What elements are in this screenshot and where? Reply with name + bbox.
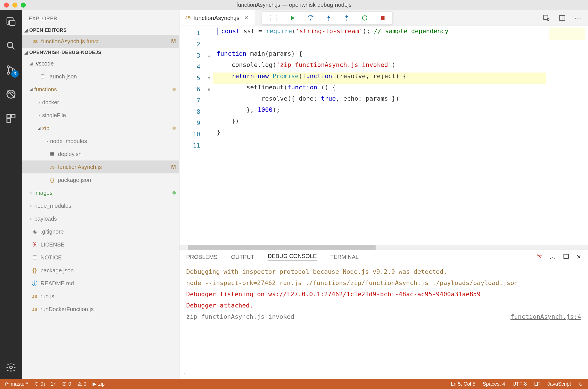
stop-button[interactable] — [378, 14, 387, 22]
editor-tabs: JS functionAsynch.js ✕ ⋮⋮ ⋯ — [179, 10, 588, 26]
warnings-status[interactable]: 0 — [77, 381, 86, 387]
tab-terminal[interactable]: TERMINAL — [330, 254, 359, 260]
debug-console-output[interactable]: Debugging with inspector protocol becaus… — [179, 264, 588, 368]
restart-button[interactable] — [360, 14, 369, 22]
collapse-panel-icon[interactable]: ︿ — [550, 253, 556, 261]
project-section[interactable]: ◢ OPENWHISK-DEBUG-NODEJS — [22, 48, 179, 57]
svg-point-10 — [310, 19, 311, 20]
js-file-icon: JS — [185, 15, 191, 21]
maximize-panel-icon[interactable] — [563, 253, 569, 261]
svg-rect-7 — [12, 114, 15, 118]
tab-debug-console[interactable]: DEBUG CONSOLE — [268, 253, 317, 261]
debug-target-status[interactable]: ▶ zip — [93, 381, 105, 387]
sync-status[interactable]: 0↓ 1↑ — [34, 381, 56, 387]
debug-icon[interactable] — [5, 88, 17, 100]
more-actions-icon[interactable]: ⋯ — [574, 14, 582, 22]
folder-images[interactable]: ▹images — [22, 186, 179, 199]
svg-point-11 — [328, 19, 329, 21]
folder-vscode[interactable]: ◢.vscode — [22, 57, 179, 70]
drag-grip-icon[interactable]: ⋮⋮ — [268, 14, 279, 22]
git-branch-status[interactable]: master* — [5, 381, 28, 387]
tab-output[interactable]: OUTPUT — [231, 254, 254, 260]
file-gitignore[interactable]: ◈.gitignore — [22, 225, 179, 238]
fold-icon[interactable]: ⊟ — [205, 50, 213, 61]
folder-payloads[interactable]: ▹payloads — [22, 212, 179, 225]
file-notice[interactable]: ≣NOTICE — [22, 251, 179, 264]
folder-zip[interactable]: ◢zip — [22, 122, 179, 135]
fold-icon[interactable]: ⊟ — [205, 84, 213, 95]
search-icon[interactable] — [5, 40, 17, 52]
bottom-panel: PROBLEMS OUTPUT DEBUG CONSOLE TERMINAL ︿… — [179, 250, 588, 379]
source-control-icon[interactable]: 3 — [5, 64, 17, 76]
file-launch-json[interactable]: ≣launch.json — [22, 70, 179, 83]
step-out-button[interactable] — [342, 14, 351, 22]
source-link[interactable]: functionAsynch.js:4 — [510, 311, 581, 322]
file-package-json-zip[interactable]: {}package.json — [22, 173, 179, 186]
js-file-icon: JS — [48, 165, 56, 169]
settings-gear-icon[interactable] — [5, 361, 17, 373]
step-over-button[interactable] — [306, 14, 315, 22]
fold-icon[interactable]: ⊟ — [205, 73, 213, 84]
clear-console-icon[interactable] — [536, 253, 543, 261]
svg-point-3 — [7, 72, 10, 74]
open-editor-item[interactable]: JS functionAsynch.js funct… M — [22, 35, 179, 48]
file-readme[interactable]: ⓘREADME.md — [22, 277, 179, 290]
scm-badge: 3 — [11, 70, 19, 78]
eol-status[interactable]: LF — [534, 381, 540, 387]
debug-toolbar[interactable]: ⋮⋮ — [262, 11, 393, 25]
panel-tabs: PROBLEMS OUTPUT DEBUG CONSOLE TERMINAL ︿… — [179, 250, 588, 264]
tab-problems[interactable]: PROBLEMS — [186, 254, 217, 260]
svg-rect-13 — [381, 16, 384, 20]
window-title: functionAsynch.js — openwhisk-debug-node… — [0, 2, 588, 8]
indentation-status[interactable]: Spaces: 4 — [482, 381, 505, 387]
continue-button[interactable] — [288, 14, 297, 22]
git-file-icon: ◈ — [31, 228, 38, 235]
svg-point-19 — [5, 385, 6, 386]
code-editor[interactable]: 1 2 3 4 5 6 7 8 9 10 11 ⊟ ⊟ ⊟ con — [179, 26, 588, 245]
file-rundocker-js[interactable]: JSrunDockerFunction.js — [22, 303, 179, 316]
encoding-status[interactable]: UTF-8 — [513, 381, 527, 387]
shell-file-icon: ≣ — [48, 151, 56, 157]
find-references-icon[interactable] — [542, 14, 550, 22]
prompt-icon: › — [184, 371, 185, 376]
file-license[interactable]: ℜLICENSE — [22, 238, 179, 251]
errors-status[interactable]: 0 — [62, 381, 71, 387]
svg-rect-8 — [7, 119, 11, 123]
step-into-button[interactable] — [324, 14, 333, 22]
close-tab-icon[interactable]: ✕ — [244, 15, 249, 21]
minimap[interactable] — [546, 26, 588, 245]
folder-node-modules-zip[interactable]: ▹node_modules — [22, 135, 179, 148]
svg-rect-14 — [544, 15, 548, 19]
file-icon: ≣ — [39, 73, 46, 80]
close-panel-icon[interactable]: ✕ — [576, 254, 581, 260]
split-editor-icon[interactable] — [558, 14, 566, 22]
folder-singlefile[interactable]: ▹singleFile — [22, 109, 179, 122]
file-icon: ≣ — [31, 254, 38, 261]
folder-node-modules-root[interactable]: ▹node_modules — [22, 199, 179, 212]
file-package-json-root[interactable]: {}package.json — [22, 264, 179, 277]
svg-point-18 — [5, 382, 6, 383]
language-mode[interactable]: JavaScript — [547, 381, 571, 387]
folder-functions[interactable]: ◢functions — [22, 83, 179, 96]
tab-functionasynch[interactable]: JS functionAsynch.js ✕ — [179, 10, 255, 26]
code-lines[interactable]: const sst = require('string-to-stream');… — [213, 26, 546, 245]
svg-point-9 — [10, 366, 12, 369]
horizontal-scrollbar[interactable] — [179, 245, 588, 250]
file-functionasynch-js[interactable]: JSfunctionAsynch.jsM — [22, 160, 179, 173]
git-status-m: M — [169, 38, 176, 45]
js-file-icon: JS — [32, 39, 39, 44]
feedback-smiley-icon[interactable]: ☺ — [578, 381, 583, 387]
tab-label: functionAsynch.js — [194, 15, 239, 21]
file-deploy-sh[interactable]: ≣deploy.sh — [22, 148, 179, 160]
json-braces-icon: {} — [31, 267, 38, 274]
open-editors-section[interactable]: ◢ OPEN EDITORS — [22, 26, 179, 35]
debug-console-input[interactable]: › — [179, 368, 588, 379]
status-bar: master* 0↓ 1↑ 0 0 ▶ zip Ln 5, Col 5 Spac… — [0, 379, 588, 389]
git-status-m: M — [169, 164, 176, 170]
explorer-icon[interactable] — [5, 16, 17, 28]
open-editors-label: OPEN EDITORS — [29, 28, 67, 33]
extensions-icon[interactable] — [5, 112, 17, 124]
cursor-position[interactable]: Ln 5, Col 5 — [451, 381, 475, 387]
file-run-js[interactable]: JSrun.js — [22, 290, 179, 303]
folder-docker[interactable]: ▹docker — [22, 96, 179, 109]
